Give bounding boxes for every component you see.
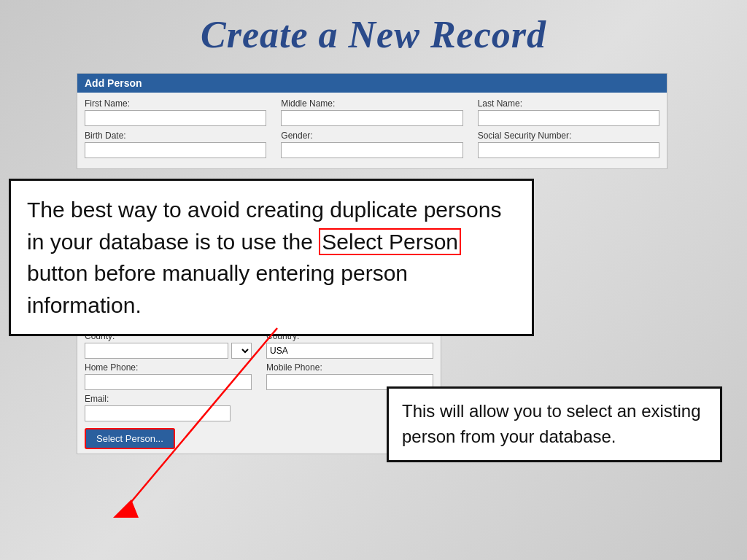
ssn-group: Social Security Number: [478, 131, 659, 158]
county-select[interactable] [231, 343, 252, 359]
email-input[interactable] [85, 405, 231, 421]
last-name-input[interactable] [478, 110, 659, 126]
add-person-form: Add Person First Name: Middle Name: Last… [77, 73, 667, 169]
small-callout-text: This will allow you to select an existin… [402, 401, 701, 446]
first-name-input[interactable] [85, 110, 266, 126]
middle-name-group: Middle Name: [281, 98, 462, 126]
email-group: Email: [85, 394, 433, 421]
phone-row: Home Phone: Mobile Phone: [85, 362, 433, 390]
middle-name-label: Middle Name: [281, 98, 462, 109]
birth-date-label: Birth Date: [85, 131, 266, 141]
mobile-phone-label: Mobile Phone: [266, 362, 433, 373]
name-row: First Name: Middle Name: Last Name: [85, 98, 659, 126]
gender-input[interactable] [281, 142, 462, 158]
page-title: Create a New Record [0, 0, 747, 63]
small-callout: This will allow you to select an existin… [387, 386, 722, 462]
select-person-highlight: Select Person [319, 228, 461, 255]
home-phone-label: Home Phone: [85, 362, 252, 373]
home-phone-group: Home Phone: [85, 362, 252, 390]
form-header: Add Person [77, 74, 667, 93]
ssn-input[interactable] [478, 142, 659, 158]
email-label: Email: [85, 394, 433, 404]
callout-text-after: button before manually entering person i… [27, 261, 408, 317]
gender-label: Gender: [281, 131, 462, 141]
last-name-group: Last Name: [478, 98, 659, 126]
select-person-button[interactable]: Select Person... [85, 428, 175, 449]
birth-row: Birth Date: Gender: Social Security Numb… [85, 131, 659, 158]
first-name-group: First Name: [85, 98, 266, 126]
first-name-label: First Name: [85, 98, 266, 109]
last-name-label: Last Name: [478, 98, 659, 109]
home-phone-input[interactable] [85, 374, 252, 390]
county-input[interactable] [85, 343, 228, 359]
main-callout: The best way to avoid creating duplicate… [9, 179, 534, 336]
country-input[interactable] [266, 343, 433, 359]
email-row: Email: [85, 394, 433, 421]
middle-name-input[interactable] [281, 110, 462, 126]
ssn-label: Social Security Number: [478, 131, 659, 141]
svg-marker-1 [113, 499, 139, 518]
birth-date-input[interactable] [85, 142, 266, 158]
gender-group: Gender: [281, 131, 462, 158]
birth-date-group: Birth Date: [85, 131, 266, 158]
